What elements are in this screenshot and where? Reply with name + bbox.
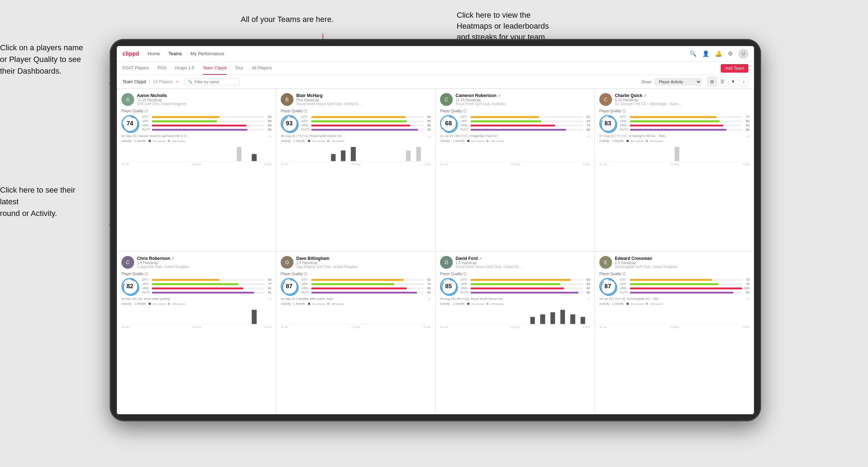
player-handicap: 6-10 Handicap bbox=[615, 98, 749, 102]
player-card[interactable]: B Blair McHarg Plus Handicap Royal North… bbox=[276, 89, 435, 251]
search-box[interactable]: 🔍 bbox=[185, 78, 240, 85]
activity-header: Activity · 1 Month On course Off course bbox=[599, 139, 749, 143]
last-round-arrow[interactable]: → bbox=[746, 297, 749, 301]
last-round-arrow[interactable]: → bbox=[746, 134, 749, 138]
stat-row-app: APP 79 bbox=[620, 282, 749, 286]
quality-content[interactable]: 68 OTT 61 APP 63 ARG 75 PUTT 85 bbox=[440, 115, 590, 132]
grid-view-button[interactable]: ⊞ bbox=[707, 77, 716, 86]
sub-nav-team-clippd[interactable]: Team Clippd bbox=[203, 62, 227, 75]
player-card[interactable]: C Charlie Quick ✓ 6-10 Handicap St. Geor… bbox=[595, 89, 754, 251]
nav-my-performance[interactable]: My Performance bbox=[190, 51, 224, 56]
player-name[interactable]: Chris Robertson ✓ bbox=[137, 256, 272, 261]
sub-nav-tour[interactable]: Tour bbox=[235, 62, 243, 75]
last-round-arrow[interactable]: → bbox=[587, 297, 590, 301]
player-club: Sag Maging Golf Club, United Kingdom bbox=[296, 265, 431, 269]
stat-row-arg: ARG 83 bbox=[620, 124, 749, 127]
nav-home[interactable]: Home bbox=[148, 51, 160, 56]
last-round[interactable]: 07 Aug 23 | 77 (+7), St George's Hill GC… bbox=[599, 134, 749, 138]
player-card[interactable]: D Dave Billingham 1-5 Handicap Sag Magin… bbox=[276, 251, 435, 414]
quality-content[interactable]: 83 OTT 77 APP 80 ARG 83 PUTT 86 bbox=[599, 115, 749, 132]
sort-button[interactable]: ↕ bbox=[739, 77, 748, 86]
search-icon-small: 🔍 bbox=[188, 80, 192, 84]
on-course-label: On course bbox=[631, 302, 644, 306]
quality-label: Player Quality ⓘ bbox=[440, 272, 590, 277]
player-card[interactable]: D David Ford ✓ 1-5 Handicap Royal North … bbox=[435, 251, 595, 414]
person-icon[interactable]: 👤 bbox=[702, 50, 709, 57]
player-card[interactable]: C Chris Robertson ✓ 1-5 Handicap Craigmi… bbox=[117, 251, 276, 414]
verified-icon: ✓ bbox=[479, 256, 482, 261]
sub-nav-all-players[interactable]: All Players bbox=[252, 62, 272, 75]
last-round[interactable]: 18 Jul 23 | 74 (+4), Sunningdale GC - Ol… bbox=[599, 297, 749, 301]
team-title: Team Clippd bbox=[122, 79, 146, 84]
filter-button[interactable]: ▼ bbox=[729, 77, 738, 86]
player-card[interactable]: C Cameron Robertson ✓ 11-15 Handicap Roy… bbox=[435, 89, 595, 251]
quality-section: Player Quality ⓘ 87 OTT 73 APP 79 ARG 10 bbox=[599, 272, 749, 295]
settings-icon[interactable]: ⚙ bbox=[728, 50, 733, 57]
quality-content[interactable]: 82 OTT 60 APP 77 ARG 81 PUTT 91 bbox=[121, 278, 272, 295]
score-circle[interactable]: 85 bbox=[440, 278, 457, 295]
player-name[interactable]: David Ford ✓ bbox=[456, 256, 590, 261]
team-header: Team Clippd | 14 Players ✏ 🔍 Show: Playe… bbox=[117, 75, 754, 89]
score-circle[interactable]: 87 bbox=[599, 278, 616, 295]
team-count: 14 Players bbox=[153, 79, 173, 84]
show-select[interactable]: Player Activity Quality Score Trend bbox=[655, 78, 702, 85]
last-round[interactable]: 26 Aug 23 | 84 (+12), Royal North Devon … bbox=[440, 297, 590, 301]
score-circle[interactable]: 68 bbox=[440, 115, 457, 132]
player-info: Charlie Quick ✓ 6-10 Handicap St. George… bbox=[615, 93, 749, 106]
score-circle[interactable]: 74 bbox=[121, 115, 138, 132]
on-course-dot bbox=[308, 303, 310, 305]
player-name[interactable]: Aaron Nicholls bbox=[137, 93, 272, 98]
last-round[interactable]: 26 Aug 23 | 73 (+1), Royal North Devon G… bbox=[281, 134, 431, 138]
chart-labels: 31 Jul21 Aug4 Sep bbox=[121, 325, 272, 329]
edit-icon[interactable]: ✏ bbox=[176, 79, 179, 84]
search-icon[interactable]: 🔍 bbox=[690, 50, 697, 57]
search-input[interactable] bbox=[194, 80, 237, 84]
last-round-arrow[interactable]: → bbox=[428, 297, 431, 301]
stat-row-arg: ARG 84 bbox=[142, 124, 272, 127]
score-circle[interactable]: 93 bbox=[281, 115, 298, 132]
player-info: Aaron Nicholls 11-15 Handicap Drift Golf… bbox=[137, 93, 272, 106]
quality-content[interactable]: 87 OTT 73 APP 79 ARG 103 PUTT 92 bbox=[599, 278, 749, 295]
last-round[interactable]: 03 Mar 23 | 19, Must make putting → bbox=[121, 297, 272, 301]
last-round[interactable]: 02 Jul 23 | 59 (+17), Craigmillar Park G… bbox=[440, 134, 590, 138]
quality-content[interactable]: 93 OTT 84 APP 85 ARG 88 PUTT 95 bbox=[281, 115, 431, 132]
chart-bars bbox=[281, 306, 431, 324]
sub-nav-pga[interactable]: PGA bbox=[158, 62, 166, 75]
stat-row-putt: PUTT 85 bbox=[461, 128, 590, 131]
last-round-arrow[interactable]: → bbox=[587, 134, 590, 138]
player-name[interactable]: Charlie Quick ✓ bbox=[615, 93, 749, 98]
quality-content[interactable]: 85 OTT 89 APP 80 ARG 83 PUTT 96 bbox=[440, 278, 590, 295]
last-round-arrow[interactable]: → bbox=[268, 297, 272, 301]
ipad-frame: clippd Home Teams My Performance 🔍 👤 🔔 ⚙… bbox=[110, 39, 761, 421]
chart-labels: 31 Jul21 Aug4 Sep bbox=[599, 325, 749, 329]
player-card[interactable]: A Aaron Nicholls 11-15 Handicap Drift Go… bbox=[117, 89, 276, 251]
list-view-button[interactable]: ☰ bbox=[718, 77, 727, 86]
nav-teams[interactable]: Teams bbox=[169, 51, 182, 56]
off-course-label: Off course bbox=[650, 139, 663, 143]
add-team-button[interactable]: Add Team bbox=[721, 64, 748, 73]
score-circle[interactable]: 82 bbox=[121, 278, 138, 295]
chart-bars bbox=[121, 143, 272, 161]
last-round[interactable]: 04 Sep 23 | Mobility with coach, Gym → bbox=[281, 297, 431, 301]
avatar[interactable]: U bbox=[738, 49, 748, 59]
last-round[interactable]: 02 Sep 23 | Sunset round to get back int… bbox=[121, 134, 272, 138]
bell-icon[interactable]: 🔔 bbox=[715, 50, 722, 57]
activity-legend: On course Off course bbox=[627, 302, 663, 306]
on-course-label: On course bbox=[312, 139, 325, 143]
score-circle[interactable]: 87 bbox=[281, 278, 298, 295]
score-circle[interactable]: 83 bbox=[599, 115, 616, 132]
quality-content[interactable]: 74 OTT 60 APP 58 ARG 84 PUTT 85 bbox=[121, 115, 272, 132]
player-name[interactable]: Dave Billingham bbox=[296, 256, 431, 261]
player-club: Drift Golf Club, United Kingdom bbox=[137, 102, 272, 106]
sub-nav-hcaps[interactable]: Hcaps 1-5 bbox=[175, 62, 194, 75]
quality-content[interactable]: 87 OTT 82 APP 74 ARG 85 PUTT 94 bbox=[281, 278, 431, 295]
player-name[interactable]: Edward Crossman bbox=[615, 256, 749, 261]
last-round-arrow[interactable]: → bbox=[268, 134, 272, 138]
player-name[interactable]: Cameron Robertson ✓ bbox=[456, 93, 590, 98]
player-name[interactable]: Blair McHarg bbox=[296, 93, 431, 98]
player-card[interactable]: E Edward Crossman 1-5 Handicap Sunningda… bbox=[595, 251, 754, 414]
stat-row-arg: ARG 85 bbox=[301, 286, 431, 290]
off-course-dot bbox=[646, 303, 648, 305]
sub-nav-pgat[interactable]: PGAT Players bbox=[122, 62, 149, 75]
last-round-arrow[interactable]: → bbox=[428, 134, 431, 138]
